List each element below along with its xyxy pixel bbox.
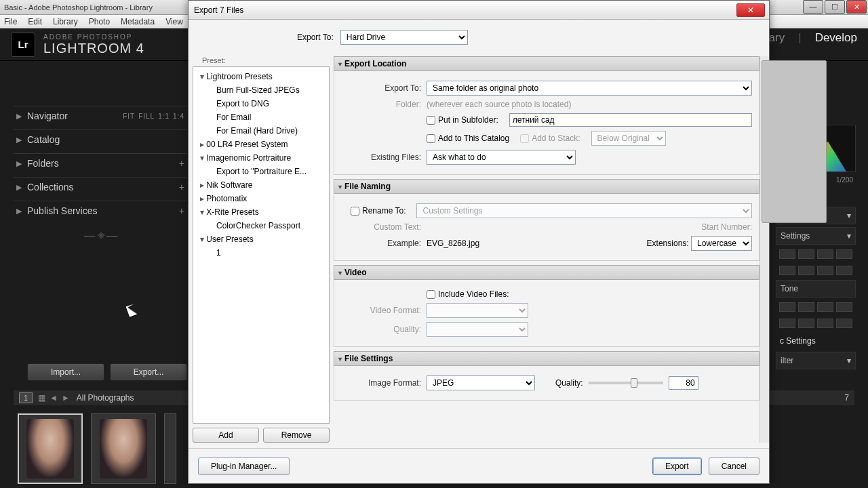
video-quality-label: Quality:: [341, 325, 421, 334]
stack-position-select: Below Original: [591, 131, 666, 146]
section-export-location[interactable]: Export Location: [334, 56, 760, 71]
filter-label: ilter: [781, 356, 793, 365]
panel-collections-label: Collections: [27, 182, 73, 192]
preset-item[interactable]: Photomatix: [195, 192, 328, 205]
panel-folders[interactable]: ▶Folders+: [14, 153, 187, 173]
thumbnail[interactable]: [91, 413, 156, 484]
filter-row[interactable]: ilter▾: [776, 352, 856, 369]
add-to-catalog-checkbox[interactable]: Add to This Catalog: [427, 134, 509, 143]
preset-item[interactable]: 00 LR4 Preset System: [195, 138, 328, 151]
section-file-settings[interactable]: File Settings: [334, 351, 760, 366]
existing-files-select[interactable]: Ask what to do: [427, 150, 576, 165]
preset-tree[interactable]: Lightroom PresetsBurn Full-Sized JPEGsEx…: [193, 66, 330, 424]
preset-item[interactable]: Export to DNG: [195, 97, 328, 110]
dropdown-icon[interactable]: ▾: [847, 356, 851, 365]
dialog-title-bar[interactable]: Export 7 Files ✕: [189, 1, 769, 20]
rename-template-select: Custom Settings: [416, 203, 752, 218]
window-title: Basic - Adobe Photoshop Lightroom - Libr…: [4, 3, 153, 12]
stepper-row[interactable]: [776, 247, 856, 261]
settings-scrollbar[interactable]: [760, 56, 769, 443]
secondary-display-badge[interactable]: 1: [19, 392, 33, 403]
loc-folder-label: Folder:: [341, 100, 421, 109]
thumbnail[interactable]: [164, 413, 176, 484]
menu-view[interactable]: View: [165, 17, 183, 26]
dropdown-icon[interactable]: ▾: [847, 231, 851, 241]
section-file-naming[interactable]: File Naming: [334, 179, 760, 194]
sync-label: c Settings: [780, 336, 816, 346]
export-dialog: Export 7 Files ✕ Export To: Hard Drive P…: [188, 0, 770, 484]
source-label[interactable]: All Photographs: [77, 393, 134, 403]
photo-thumb-icon: [26, 419, 74, 479]
menu-library[interactable]: Library: [53, 17, 78, 26]
dialog-title: Export 7 Files: [194, 5, 243, 15]
chevron-right-icon: ▶: [16, 136, 22, 144]
preset-item[interactable]: Nik Software: [195, 178, 328, 192]
loc-export-to-select[interactable]: Same folder as original photo: [427, 81, 752, 96]
image-format-label: Image Format:: [341, 378, 421, 388]
panel-publish[interactable]: ▶Publish Services+: [14, 201, 187, 220]
panel-navigator[interactable]: ▶ Navigator FITFILL1:11:4: [14, 106, 187, 125]
export-confirm-button[interactable]: Export: [652, 458, 702, 475]
close-button[interactable]: ✕: [846, 0, 867, 14]
photo-thumb-icon: [100, 419, 147, 479]
preset-item[interactable]: For Email (Hard Drive): [195, 124, 328, 138]
rename-to-checkbox[interactable]: Rename To:: [351, 206, 406, 216]
photo-count: 7: [844, 393, 849, 403]
include-video-checkbox[interactable]: Include Video Files:: [427, 289, 509, 299]
maximize-button[interactable]: ☐: [825, 0, 845, 14]
menu-metadata[interactable]: Metadata: [121, 17, 155, 26]
menu-file[interactable]: File: [4, 17, 17, 26]
export-to-select[interactable]: Hard Drive: [340, 30, 468, 45]
preset-item[interactable]: For Email: [195, 110, 328, 124]
export-button[interactable]: Export...: [110, 363, 187, 381]
plus-icon[interactable]: +: [179, 182, 184, 192]
put-in-subfolder-checkbox[interactable]: Put in Subfolder:: [427, 115, 498, 125]
settings-label: Settings: [781, 231, 810, 241]
minimize-button[interactable]: —: [803, 0, 823, 14]
preset-item[interactable]: Export to "Portraiture E...: [195, 165, 328, 178]
preset-item[interactable]: Burn Full-Sized JPEGs: [195, 83, 328, 97]
quality-value-input[interactable]: [669, 376, 698, 390]
cancel-button[interactable]: Cancel: [709, 458, 760, 475]
preset-add-button[interactable]: Add: [193, 428, 259, 443]
image-format-select[interactable]: JPEG: [427, 375, 535, 390]
panel-collections[interactable]: ▶Collections+: [14, 177, 187, 197]
forward-icon[interactable]: ►: [62, 393, 70, 403]
filmstrip[interactable]: [14, 408, 180, 488]
preset-item[interactable]: User Presets: [195, 232, 328, 246]
preset-item[interactable]: 1: [195, 246, 328, 260]
module-develop-tab[interactable]: Develop: [815, 31, 857, 45]
back-icon[interactable]: ◄: [50, 393, 58, 403]
preset-item[interactable]: X-Rite Presets: [195, 205, 328, 219]
preset-item[interactable]: Lightroom Presets: [195, 70, 328, 83]
quickdev-tone-row[interactable]: Tone: [776, 280, 856, 298]
thumbnail[interactable]: [18, 413, 83, 484]
preset-item[interactable]: Imagenomic Portraiture: [195, 151, 328, 165]
menu-edit[interactable]: Edit: [28, 17, 42, 26]
plus-icon[interactable]: +: [179, 205, 184, 216]
quickdev-settings-row2[interactable]: Settings▾: [776, 227, 856, 245]
menu-photo[interactable]: Photo: [89, 17, 110, 26]
quality-slider[interactable]: [589, 382, 663, 384]
dropdown-icon[interactable]: ▾: [847, 211, 851, 220]
preset-item[interactable]: ColorChecker Passport: [195, 219, 328, 232]
sync-settings[interactable]: c Settings: [776, 333, 856, 349]
stepper-row[interactable]: [776, 317, 856, 330]
dialog-close-button[interactable]: ✕: [736, 3, 765, 17]
video-quality-select: [427, 322, 528, 337]
example-label: Example:: [341, 239, 421, 248]
module-library-tab[interactable]: ary: [769, 31, 785, 45]
stepper-row[interactable]: [776, 300, 856, 314]
extensions-label: Extensions:: [647, 239, 689, 248]
subfolder-name-input[interactable]: [509, 113, 752, 127]
navigator-zoom-options[interactable]: FITFILL1:11:4: [119, 113, 184, 120]
plus-icon[interactable]: +: [179, 158, 184, 169]
preset-remove-button[interactable]: Remove: [263, 428, 330, 443]
panel-catalog[interactable]: ▶Catalog: [14, 129, 187, 149]
import-button[interactable]: Import...: [27, 363, 104, 381]
section-video[interactable]: Video: [334, 265, 760, 280]
grid-icon[interactable]: ▦: [38, 393, 45, 403]
stepper-row[interactable]: [776, 264, 856, 277]
plugin-manager-button[interactable]: Plug-in Manager...: [198, 458, 290, 475]
extensions-select[interactable]: Lowercase: [691, 236, 752, 251]
